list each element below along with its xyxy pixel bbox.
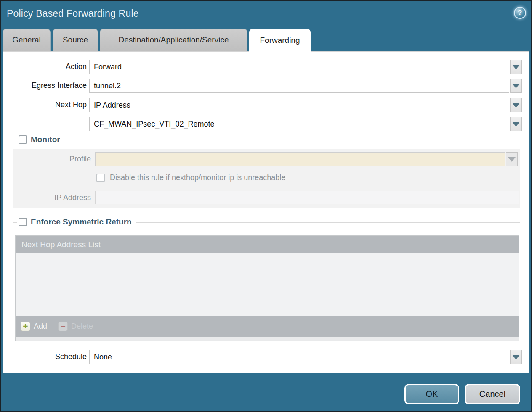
tab-destination-application-service[interactable]: Destination/Application/Service [100,29,247,51]
tab-label: General [12,35,41,45]
monitor-checkbox[interactable] [19,135,27,144]
symmetric-return-legend-label: Enforce Symmetric Return [31,217,132,227]
action-dropdown-button[interactable] [510,60,522,74]
ok-button-label: OK [426,389,438,399]
chevron-down-icon [512,103,520,108]
next-hop-address-table: Next Hop Address List Add Delete [15,235,519,341]
table-toolbar: Add Delete [16,316,519,337]
chevron-down-icon [508,157,516,162]
table-header-next-hop-address-list: Next Hop Address List [21,240,101,249]
profile-dropdown-button [506,152,518,166]
delete-button: Delete [58,322,93,331]
table-bottom-strip [16,337,519,341]
schedule-dropdown-button[interactable] [510,350,522,364]
monitor-ip-address-input [95,191,519,204]
cancel-button-label: Cancel [479,389,505,399]
profile-select [95,152,505,166]
monitor-fieldset-line [13,140,520,140]
next-hop-address-value: CF_MWAN_IPsec_VTI_02_Remote [94,120,214,129]
tab-general[interactable]: General [3,29,51,51]
chevron-down-icon [512,65,520,69]
delete-button-label: Delete [71,322,93,331]
action-value: Forward [94,63,122,71]
monitor-ip-address-label: IP Address [7,193,91,202]
plus-icon [21,322,30,331]
add-button[interactable]: Add [21,322,47,331]
chevron-down-icon [512,84,520,88]
egress-interface-label: Egress Interface [3,81,87,90]
policy-based-forwarding-dialog: Policy Based Forwarding Rule ? General S… [0,0,532,412]
cancel-button[interactable]: Cancel [465,384,520,404]
minus-icon [58,322,68,331]
action-select[interactable]: Forward [89,60,509,74]
profile-label: Profile [7,155,91,164]
next-hop-address-dropdown-button[interactable] [510,117,522,131]
table-body[interactable] [16,253,519,316]
egress-interface-value: tunnel.2 [94,82,121,90]
symmetric-return-checkbox[interactable] [19,218,27,226]
schedule-select[interactable]: None [89,350,509,364]
table-header-row: Next Hop Address List [16,236,519,253]
disable-rule-row: Disable this rule if nexthop/monitor ip … [96,173,285,182]
tab-label: Forwarding [260,36,300,45]
chevron-down-icon [512,355,520,359]
forwarding-tab-panel: Action Forward Egress Interface tunnel.2… [3,51,529,373]
add-button-label: Add [34,322,47,331]
symmetric-return-legend: Enforce Symmetric Return [17,217,136,227]
monitor-legend-label: Monitor [31,135,60,144]
ok-button[interactable]: OK [404,384,459,404]
disable-rule-label: Disable this rule if nexthop/monitor ip … [110,173,285,182]
chevron-down-icon [512,122,520,127]
tab-label: Destination/Application/Service [119,35,229,45]
egress-interface-select[interactable]: tunnel.2 [89,79,509,93]
monitor-legend: Monitor [17,135,64,144]
tab-forwarding[interactable]: Forwarding [249,29,311,52]
next-hop-address-select[interactable]: CF_MWAN_IPsec_VTI_02_Remote [89,117,509,131]
disable-rule-checkbox [96,174,105,182]
tab-label: Source [63,35,88,45]
help-icon[interactable]: ? [514,7,526,19]
schedule-value: None [94,353,112,362]
schedule-label: Schedule [3,352,87,361]
tab-source[interactable]: Source [53,29,98,51]
action-label: Action [3,62,87,71]
next-hop-dropdown-button[interactable] [510,98,522,112]
next-hop-label: Next Hop [3,100,87,109]
next-hop-select[interactable]: IP Address [89,98,509,112]
next-hop-value: IP Address [94,101,130,110]
egress-interface-dropdown-button[interactable] [510,79,522,93]
dialog-title: Policy Based Forwarding Rule [7,8,139,19]
